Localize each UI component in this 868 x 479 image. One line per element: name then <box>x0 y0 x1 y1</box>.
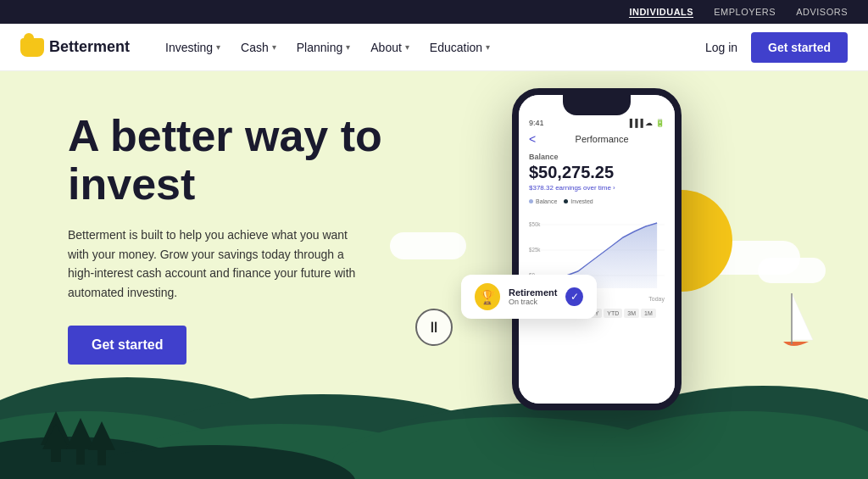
hero-title: A better way to invest <box>68 112 424 209</box>
nav-links: Investing ▾ Cash ▾ Planning ▾ About ▾ Ed… <box>157 34 705 61</box>
nav-item-education[interactable]: Education ▾ <box>421 34 498 61</box>
top-nav-advisors[interactable]: ADVISORS <box>796 7 848 17</box>
svg-text:$25k: $25k <box>529 247 541 253</box>
logo-icon <box>20 38 44 57</box>
chevron-down-icon: ▾ <box>346 42 350 52</box>
chevron-right-icon: › <box>613 184 615 192</box>
chevron-down-icon: ▾ <box>405 42 409 52</box>
top-nav-individuals[interactable]: INDIVIDUALS <box>629 7 693 18</box>
top-bar: INDIVIDUALS EMPLOYERS ADVISORS <box>0 0 868 24</box>
earnings-text: $378.32 earnings over time › <box>529 184 665 192</box>
legend-balance: Balance <box>529 198 557 204</box>
phone-notch <box>563 95 631 115</box>
hero-section: A better way to invest Betterment is bui… <box>0 71 868 479</box>
get-started-button-nav[interactable]: Get started <box>751 32 848 63</box>
balance-label: Balance <box>529 153 665 161</box>
screen-title: Performance <box>539 134 665 144</box>
navbar: Betterment Investing ▾ Cash ▾ Planning ▾… <box>0 24 868 71</box>
chevron-down-icon: ▾ <box>216 42 220 52</box>
time-btn-3m[interactable]: 3M <box>624 309 639 318</box>
hero-subtitle: Betterment is built to help you achieve … <box>68 226 356 302</box>
svg-text:$50k: $50k <box>529 221 541 227</box>
get-started-button-hero[interactable]: Get started <box>68 326 186 365</box>
time-btn-1m[interactable]: 1M <box>641 309 656 318</box>
phone-status-bar: 9:41 ▐▐▐ ☁ 🔋 <box>529 119 665 127</box>
svg-marker-18 <box>792 293 813 340</box>
login-link[interactable]: Log in <box>705 41 737 54</box>
nav-item-cash[interactable]: Cash ▾ <box>232 34 285 61</box>
back-icon[interactable]: < <box>529 132 536 146</box>
retirement-icon: 🏆 <box>475 283 500 310</box>
nav-item-investing[interactable]: Investing ▾ <box>157 34 229 61</box>
time-btn-ytd[interactable]: YTD <box>604 309 622 318</box>
logo[interactable]: Betterment <box>20 38 130 57</box>
phone-time: 9:41 <box>529 119 544 127</box>
chart-legend: Balance Invested <box>529 198 665 204</box>
play-pause-button[interactable]: ⏸ <box>415 309 453 346</box>
phone-mockup: 9:41 ▐▐▐ ☁ 🔋 < Performance Balance $50,2… <box>512 88 698 410</box>
card-title: Retirement <box>509 287 557 298</box>
chevron-down-icon: ▾ <box>272 42 276 52</box>
phone-screen: 9:41 ▐▐▐ ☁ 🔋 < Performance Balance $50,2… <box>519 95 675 404</box>
check-icon: ✓ <box>565 287 583 306</box>
card-subtitle: On track <box>509 298 557 306</box>
retirement-card: 🏆 Retirement On track ✓ <box>461 275 597 319</box>
legend-dot-invested <box>564 199 568 203</box>
phone-frame: 9:41 ▐▐▐ ☁ 🔋 < Performance Balance $50,2… <box>512 88 682 410</box>
legend-invested: Invested <box>564 198 593 204</box>
top-nav-employers[interactable]: EMPLOYERS <box>714 7 776 17</box>
hero-content: A better way to invest Betterment is bui… <box>68 112 424 365</box>
balance-amount: $50,275.25 <box>529 163 665 182</box>
cloud-decoration <box>758 258 826 283</box>
pause-icon: ⏸ <box>426 319 442 337</box>
sailboat-decoration <box>766 289 817 360</box>
phone-header: < Performance <box>529 132 665 146</box>
phone-signal: ▐▐▐ ☁ 🔋 <box>627 119 665 127</box>
nav-item-planning[interactable]: Planning ▾ <box>288 34 359 61</box>
legend-dot-balance <box>529 199 533 203</box>
nav-actions: Log in Get started <box>705 32 848 63</box>
chevron-down-icon: ▾ <box>486 42 490 52</box>
nav-item-about[interactable]: About ▾ <box>362 34 418 61</box>
x-label-end: Today <box>648 296 665 302</box>
logo-text: Betterment <box>49 38 130 56</box>
card-text: Retirement On track <box>509 287 557 306</box>
